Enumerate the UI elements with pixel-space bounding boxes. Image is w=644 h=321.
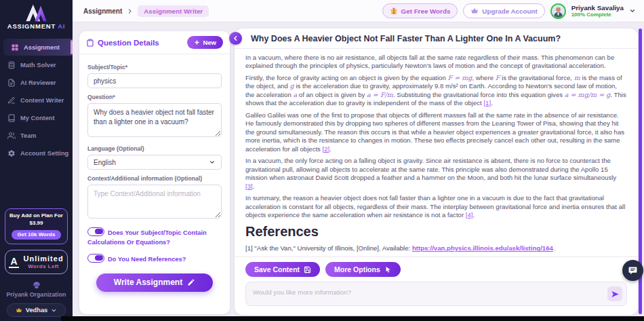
crown-icon [470, 7, 479, 15]
paragraph-text: , where [472, 74, 496, 81]
paragraph-text: of an object is given by [297, 91, 367, 98]
subject-input[interactable] [87, 73, 222, 88]
math-expression: F = mg [447, 74, 472, 81]
get-10k-words-button[interactable]: Get 10k Words [12, 230, 62, 240]
language-select[interactable]: English [87, 155, 222, 170]
reviewer-doc-icon [7, 79, 16, 87]
chevron-down-icon [51, 307, 57, 314]
sidebar-item-team[interactable]: Team [0, 127, 73, 144]
answer-paragraph: In summary, the reason a heavier object … [245, 194, 627, 219]
sidebar-item-content-writer[interactable]: Content Writer [0, 92, 73, 109]
upgrade-account-label: Upgrade Account [482, 7, 537, 15]
math-expression: a = F/m [367, 91, 393, 98]
sidebar-item-label: Team [20, 132, 37, 139]
team-icon [7, 132, 16, 140]
language-value: English [94, 159, 116, 166]
user-dropdown[interactable]: Vedhas [7, 303, 66, 317]
references-list: [1] "Ask the Van," University of Illinoi… [245, 244, 627, 257]
chat-widget-button[interactable] [622, 260, 643, 281]
toggle-knob [95, 229, 103, 234]
citation-link[interactable]: [4] [466, 211, 473, 219]
sidebar: ASSIGNMENT AI AssignmentMath SolverAI Re… [0, 0, 73, 321]
sidebar-nav: AssignmentMath SolverAI ReviewerContent … [0, 38, 73, 162]
citation-link[interactable]: [2] [323, 145, 330, 153]
reference-link[interactable]: https://van.physics.illinois.edu/ask/lis… [412, 244, 553, 252]
assignment-ai-logo-icon [23, 4, 50, 22]
paragraph-text: . [329, 145, 331, 153]
more-options-button[interactable]: More Options [325, 262, 401, 277]
paragraph-text: . Substituting the gravitational force i… [393, 91, 565, 98]
paragraph-text: . [491, 99, 493, 107]
sidebar-item-label: My Content [20, 115, 55, 121]
my-content-icon [7, 114, 16, 122]
chevron-down-icon[interactable] [629, 7, 636, 14]
reference-item: [1] "Ask the Van," University of Illinoi… [245, 244, 627, 253]
math-expression: m [574, 74, 580, 81]
answer-paragraph: Firstly, the force of gravity acting on … [245, 74, 627, 108]
chevron-down-icon [209, 159, 216, 166]
calculations-toggle-label: Does Your Subject/Topic Contain Calculat… [87, 229, 207, 246]
send-icon [611, 290, 620, 299]
organization-name: Priyank Organization [0, 291, 73, 298]
sidebar-item-math-solver[interactable]: Math Solver [0, 56, 73, 73]
question-details-header: Question Details New [79, 31, 230, 54]
paragraph-text: In summary, the reason a heavier object … [245, 194, 625, 219]
answer-footer: Save Content More Options [235, 257, 638, 315]
sidebar-item-label: Assignment [24, 44, 60, 51]
plan-title: Unlimited [24, 254, 64, 263]
topbar-right: Get Free Words Upgrade Account Priyank S… [382, 3, 644, 19]
citation-link[interactable]: [1] [483, 99, 491, 107]
references-toggle-label: Do You Need References? [108, 256, 186, 263]
question-input[interactable]: Why does a heavier object not fall faste… [87, 103, 222, 137]
breadcrumb-current: Assignment Writer [138, 5, 209, 17]
answer-paragraphs: In a vacuum, where there is no air resis… [245, 54, 627, 219]
upgrade-account-button[interactable]: Upgrade Account [463, 3, 544, 18]
get-free-words-button[interactable]: Get Free Words [382, 3, 458, 18]
answer-paragraph: In a vacuum, where there is no air resis… [245, 54, 627, 71]
answer-paragraph: In a vacuum, the only force acting on a … [245, 157, 627, 191]
sidebar-item-ai-reviewer[interactable]: AI Reviewer [0, 74, 73, 91]
gear-icon [7, 149, 16, 157]
avatar[interactable] [550, 3, 566, 19]
context-label: Context/Additional information (Optional… [87, 175, 222, 182]
sidebar-item-account-setting[interactable]: Account Setting [0, 145, 73, 162]
answer-panel: Why Does A Heavier Object Not Fall Faste… [235, 29, 638, 315]
paragraph-text: Galileo Galilei was one of the first to … [245, 111, 624, 153]
paragraph-text: Firstly, the force of gravity acting on … [245, 74, 447, 81]
user-name: Priyank Savaliya [571, 4, 624, 12]
buy-addon-box: Buy Add on Plan For $3.99 Get 10k Words [5, 208, 68, 244]
new-button[interactable]: New [187, 36, 223, 49]
content-writer-icon [7, 96, 16, 105]
sidebar-item-label: Account Setting [20, 150, 68, 157]
answer-paragraph: Galileo Galilei was one of the first to … [245, 111, 627, 153]
answer-body: In a vacuum, where there is no air resis… [235, 49, 638, 257]
math-expression: a = mg/m = g [565, 91, 611, 98]
reference-text: . [553, 244, 555, 252]
plan-subtitle: Words Left [24, 263, 64, 269]
app-title: ASSIGNMENT AI [0, 22, 73, 30]
question-details-panel: Question Details New Subject/Topic* Ques… [79, 31, 230, 314]
paragraph-text: In a vacuum, the only force acting on a … [245, 157, 616, 181]
save-content-button[interactable]: Save Content [245, 262, 320, 277]
breadcrumb-root[interactable]: Assignment [83, 7, 122, 15]
references-title: References [245, 224, 627, 240]
addon-plan-text: Buy Add on Plan For $3.99 [7, 212, 65, 227]
calculations-toggle[interactable] [87, 227, 104, 236]
back-button[interactable] [229, 32, 242, 45]
sidebar-item-assignment[interactable]: Assignment [3, 39, 73, 56]
sidebar-item-my-content[interactable]: My Content [0, 109, 73, 126]
references-toggle[interactable] [87, 254, 104, 263]
paragraph-text: In a vacuum, where there is no air resis… [245, 54, 614, 69]
citation-link[interactable]: [3] [245, 183, 253, 190]
chat-input[interactable] [245, 282, 627, 306]
context-input[interactable] [87, 185, 222, 219]
send-button[interactable] [607, 286, 622, 301]
calculator-icon [7, 61, 16, 69]
write-assignment-button[interactable]: Write Assignment [96, 273, 213, 292]
language-label: Language (Optional) [87, 145, 222, 152]
calculations-toggle-row: Does Your Subject/Topic Contain Calculat… [87, 227, 222, 248]
plan-logo-icon: A [9, 256, 18, 268]
chat-row [245, 282, 627, 309]
topbar: Assignment Assignment Writer Get Free Wo… [73, 0, 644, 22]
crown-icon [16, 307, 22, 314]
